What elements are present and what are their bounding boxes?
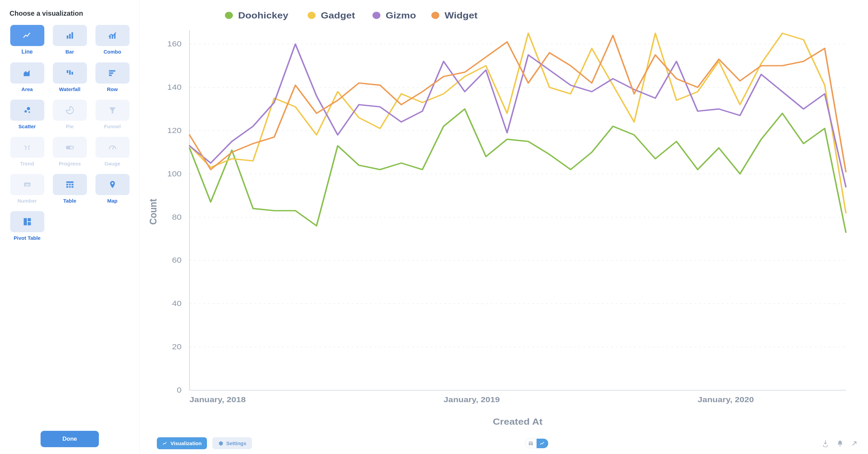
download-button[interactable]	[822, 440, 829, 447]
viz-option-map[interactable]: Map	[95, 174, 130, 204]
svg-text:Widget: Widget	[445, 10, 478, 20]
viz-option-row[interactable]: Row	[95, 62, 130, 92]
settings-button-label: Settings	[226, 440, 246, 446]
svg-text:160: 160	[167, 39, 181, 48]
pivot-icon	[10, 211, 44, 232]
viz-option-pivot[interactable]: Pivot Table	[10, 211, 45, 241]
viz-option-waterfall[interactable]: Waterfall	[52, 62, 87, 92]
viz-option-gauge: Gauge	[95, 137, 130, 166]
view-mode-toggle	[525, 439, 548, 448]
viz-option-number: 100Number	[10, 174, 45, 204]
viz-option-label: Waterfall	[59, 86, 80, 92]
alerts-button[interactable]	[837, 440, 843, 447]
chart-area: 204060801001201401600January, 2018Januar…	[143, 3, 858, 433]
svg-text:Gadget: Gadget	[321, 10, 355, 20]
viz-option-label: Scatter	[18, 123, 36, 129]
visualization-button[interactable]: Visualization	[157, 437, 207, 449]
svg-rect-3	[109, 36, 110, 39]
viz-option-bar[interactable]: Bar	[52, 25, 87, 55]
expand-icon	[851, 440, 858, 447]
svg-text:100: 100	[167, 169, 181, 178]
viz-option-trend: Trend	[10, 137, 45, 166]
funnel-icon	[95, 100, 130, 121]
bar-icon	[53, 25, 87, 46]
scatter-icon	[10, 100, 44, 121]
svg-text:Created At: Created At	[493, 417, 542, 427]
svg-point-53	[431, 12, 439, 19]
svg-text:140: 140	[167, 83, 181, 91]
svg-rect-8	[71, 72, 73, 75]
viz-option-label: Pie	[66, 123, 74, 129]
svg-text:Count: Count	[148, 199, 159, 225]
viz-option-scatter[interactable]: Scatter	[10, 100, 45, 129]
line-chart-icon	[540, 441, 545, 446]
svg-point-14	[28, 112, 30, 113]
svg-point-49	[308, 12, 315, 19]
viz-option-label: Gauge	[104, 161, 120, 166]
settings-button[interactable]: Settings	[212, 437, 252, 449]
table-view-toggle[interactable]	[525, 439, 537, 448]
progress-icon	[53, 137, 87, 158]
done-button[interactable]: Done	[41, 431, 99, 447]
viz-option-label: Row	[107, 86, 118, 92]
waterfall-icon	[53, 62, 87, 84]
svg-text:40: 40	[172, 299, 182, 308]
viz-option-funnel: Funnel	[95, 100, 130, 129]
gauge-icon	[95, 137, 130, 158]
svg-rect-21	[28, 218, 31, 221]
viz-option-line[interactable]: Line	[10, 25, 45, 55]
number-icon: 100	[10, 174, 44, 195]
viz-option-combo[interactable]: Combo	[95, 25, 130, 55]
viz-option-label: Bar	[65, 49, 74, 55]
fullscreen-button[interactable]	[851, 440, 858, 447]
combo-icon	[95, 25, 130, 46]
row-icon	[95, 62, 130, 84]
viz-option-label: Number	[17, 198, 37, 204]
svg-rect-20	[24, 218, 27, 225]
chart-view-toggle[interactable]	[537, 439, 548, 448]
svg-rect-10	[109, 72, 113, 74]
viz-option-pie: Pie	[52, 100, 87, 129]
bell-icon	[837, 440, 843, 447]
viz-option-label: Funnel	[104, 123, 121, 129]
svg-text:120: 120	[167, 126, 181, 135]
area-icon	[10, 62, 44, 84]
chart-svg: 204060801001201401600January, 2018Januar…	[143, 3, 858, 433]
svg-text:January, 2018: January, 2018	[190, 395, 246, 404]
svg-point-51	[373, 12, 380, 19]
svg-rect-11	[109, 75, 111, 76]
svg-text:80: 80	[172, 213, 182, 221]
trend-icon	[10, 137, 44, 158]
svg-rect-6	[66, 70, 68, 73]
svg-text:January, 2020: January, 2020	[698, 395, 754, 404]
main-panel: 204060801001201401600January, 2018Januar…	[140, 0, 868, 454]
viz-option-area[interactable]: Area	[10, 62, 45, 92]
viz-option-table[interactable]: Table	[52, 174, 87, 204]
visualization-sidebar: Choose a visualization LineBarComboAreaW…	[0, 0, 140, 454]
sidebar-title: Choose a visualization	[10, 10, 130, 17]
viz-option-label: Pivot Table	[14, 235, 41, 241]
svg-point-47	[225, 12, 233, 19]
svg-text:20: 20	[172, 342, 182, 351]
table-icon	[528, 441, 534, 446]
svg-rect-2	[71, 32, 73, 39]
svg-text:Doohickey: Doohickey	[238, 10, 289, 20]
visualization-button-label: Visualization	[170, 440, 201, 446]
svg-text:100: 100	[25, 184, 30, 187]
chart-footer: Visualization Settings	[143, 433, 858, 451]
line-chart-icon	[162, 441, 168, 446]
viz-option-progress: Progress	[52, 137, 87, 166]
table-icon	[53, 174, 87, 195]
viz-option-label: Area	[21, 86, 33, 92]
svg-text:0: 0	[177, 385, 182, 394]
pie-icon	[53, 100, 87, 121]
line-icon	[10, 25, 44, 46]
svg-text:Gizmo: Gizmo	[386, 10, 416, 20]
viz-option-label: Table	[63, 198, 76, 204]
viz-option-label: Line	[21, 49, 33, 55]
viz-option-grid: LineBarComboAreaWaterfallRowScatterPieFu…	[10, 25, 130, 241]
svg-text:January, 2019: January, 2019	[444, 395, 500, 404]
svg-point-12	[24, 110, 27, 113]
footer-actions	[822, 440, 858, 447]
viz-option-label: Trend	[20, 161, 34, 166]
